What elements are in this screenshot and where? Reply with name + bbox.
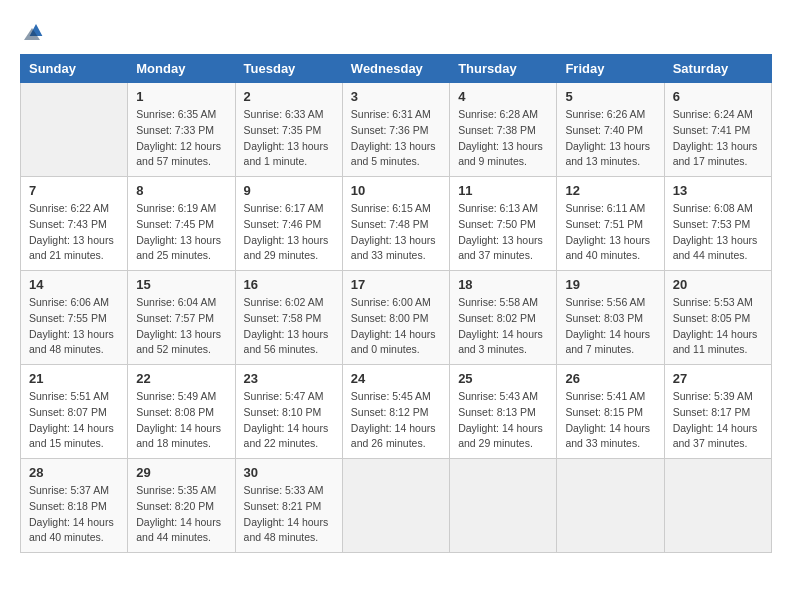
day-info: Sunrise: 5:33 AMSunset: 8:21 PMDaylight:…: [244, 483, 334, 546]
calendar-cell: [557, 459, 664, 553]
day-info: Sunrise: 6:24 AMSunset: 7:41 PMDaylight:…: [673, 107, 763, 170]
day-info: Sunrise: 5:58 AMSunset: 8:02 PMDaylight:…: [458, 295, 548, 358]
day-info: Sunrise: 5:53 AMSunset: 8:05 PMDaylight:…: [673, 295, 763, 358]
day-number: 29: [136, 465, 226, 480]
calendar-cell: 3Sunrise: 6:31 AMSunset: 7:36 PMDaylight…: [342, 83, 449, 177]
day-number: 4: [458, 89, 548, 104]
header-cell-thursday: Thursday: [450, 55, 557, 83]
day-number: 28: [29, 465, 119, 480]
week-row-3: 14Sunrise: 6:06 AMSunset: 7:55 PMDayligh…: [21, 271, 772, 365]
calendar-cell: 13Sunrise: 6:08 AMSunset: 7:53 PMDayligh…: [664, 177, 771, 271]
calendar-cell: 22Sunrise: 5:49 AMSunset: 8:08 PMDayligh…: [128, 365, 235, 459]
day-number: 6: [673, 89, 763, 104]
day-info: Sunrise: 5:47 AMSunset: 8:10 PMDaylight:…: [244, 389, 334, 452]
calendar-cell: 29Sunrise: 5:35 AMSunset: 8:20 PMDayligh…: [128, 459, 235, 553]
header-cell-tuesday: Tuesday: [235, 55, 342, 83]
logo: [20, 20, 54, 44]
day-number: 23: [244, 371, 334, 386]
calendar-cell: 7Sunrise: 6:22 AMSunset: 7:43 PMDaylight…: [21, 177, 128, 271]
header-cell-friday: Friday: [557, 55, 664, 83]
calendar-cell: 19Sunrise: 5:56 AMSunset: 8:03 PMDayligh…: [557, 271, 664, 365]
day-info: Sunrise: 5:45 AMSunset: 8:12 PMDaylight:…: [351, 389, 441, 452]
day-info: Sunrise: 6:06 AMSunset: 7:55 PMDaylight:…: [29, 295, 119, 358]
calendar-cell: 17Sunrise: 6:00 AMSunset: 8:00 PMDayligh…: [342, 271, 449, 365]
day-info: Sunrise: 5:49 AMSunset: 8:08 PMDaylight:…: [136, 389, 226, 452]
calendar-cell: 9Sunrise: 6:17 AMSunset: 7:46 PMDaylight…: [235, 177, 342, 271]
calendar-cell: 2Sunrise: 6:33 AMSunset: 7:35 PMDaylight…: [235, 83, 342, 177]
calendar-cell: [664, 459, 771, 553]
day-number: 22: [136, 371, 226, 386]
day-number: 18: [458, 277, 548, 292]
calendar-cell: 16Sunrise: 6:02 AMSunset: 7:58 PMDayligh…: [235, 271, 342, 365]
week-row-4: 21Sunrise: 5:51 AMSunset: 8:07 PMDayligh…: [21, 365, 772, 459]
day-number: 1: [136, 89, 226, 104]
calendar-cell: 26Sunrise: 5:41 AMSunset: 8:15 PMDayligh…: [557, 365, 664, 459]
day-info: Sunrise: 5:35 AMSunset: 8:20 PMDaylight:…: [136, 483, 226, 546]
calendar-cell: 12Sunrise: 6:11 AMSunset: 7:51 PMDayligh…: [557, 177, 664, 271]
day-number: 9: [244, 183, 334, 198]
day-number: 10: [351, 183, 441, 198]
week-row-5: 28Sunrise: 5:37 AMSunset: 8:18 PMDayligh…: [21, 459, 772, 553]
calendar-cell: 20Sunrise: 5:53 AMSunset: 8:05 PMDayligh…: [664, 271, 771, 365]
calendar-cell: 28Sunrise: 5:37 AMSunset: 8:18 PMDayligh…: [21, 459, 128, 553]
day-info: Sunrise: 6:13 AMSunset: 7:50 PMDaylight:…: [458, 201, 548, 264]
calendar-cell: 4Sunrise: 6:28 AMSunset: 7:38 PMDaylight…: [450, 83, 557, 177]
calendar-table: SundayMondayTuesdayWednesdayThursdayFrid…: [20, 54, 772, 553]
day-info: Sunrise: 6:22 AMSunset: 7:43 PMDaylight:…: [29, 201, 119, 264]
day-number: 11: [458, 183, 548, 198]
day-info: Sunrise: 6:00 AMSunset: 8:00 PMDaylight:…: [351, 295, 441, 358]
calendar-cell: 6Sunrise: 6:24 AMSunset: 7:41 PMDaylight…: [664, 83, 771, 177]
day-info: Sunrise: 5:56 AMSunset: 8:03 PMDaylight:…: [565, 295, 655, 358]
day-number: 12: [565, 183, 655, 198]
calendar-header: SundayMondayTuesdayWednesdayThursdayFrid…: [21, 55, 772, 83]
day-info: Sunrise: 6:26 AMSunset: 7:40 PMDaylight:…: [565, 107, 655, 170]
calendar-cell: 8Sunrise: 6:19 AMSunset: 7:45 PMDaylight…: [128, 177, 235, 271]
calendar-cell: 5Sunrise: 6:26 AMSunset: 7:40 PMDaylight…: [557, 83, 664, 177]
day-info: Sunrise: 6:28 AMSunset: 7:38 PMDaylight:…: [458, 107, 548, 170]
day-number: 8: [136, 183, 226, 198]
day-info: Sunrise: 6:31 AMSunset: 7:36 PMDaylight:…: [351, 107, 441, 170]
calendar-cell: 10Sunrise: 6:15 AMSunset: 7:48 PMDayligh…: [342, 177, 449, 271]
day-number: 14: [29, 277, 119, 292]
calendar-cell: 23Sunrise: 5:47 AMSunset: 8:10 PMDayligh…: [235, 365, 342, 459]
week-row-1: 1Sunrise: 6:35 AMSunset: 7:33 PMDaylight…: [21, 83, 772, 177]
calendar-cell: [342, 459, 449, 553]
day-info: Sunrise: 5:39 AMSunset: 8:17 PMDaylight:…: [673, 389, 763, 452]
week-row-2: 7Sunrise: 6:22 AMSunset: 7:43 PMDaylight…: [21, 177, 772, 271]
day-info: Sunrise: 5:51 AMSunset: 8:07 PMDaylight:…: [29, 389, 119, 452]
day-info: Sunrise: 5:37 AMSunset: 8:18 PMDaylight:…: [29, 483, 119, 546]
calendar-cell: 18Sunrise: 5:58 AMSunset: 8:02 PMDayligh…: [450, 271, 557, 365]
calendar-cell: [21, 83, 128, 177]
day-info: Sunrise: 6:04 AMSunset: 7:57 PMDaylight:…: [136, 295, 226, 358]
day-number: 16: [244, 277, 334, 292]
header-cell-monday: Monday: [128, 55, 235, 83]
day-info: Sunrise: 6:33 AMSunset: 7:35 PMDaylight:…: [244, 107, 334, 170]
day-number: 3: [351, 89, 441, 104]
calendar-cell: 21Sunrise: 5:51 AMSunset: 8:07 PMDayligh…: [21, 365, 128, 459]
day-number: 24: [351, 371, 441, 386]
day-number: 17: [351, 277, 441, 292]
day-info: Sunrise: 6:15 AMSunset: 7:48 PMDaylight:…: [351, 201, 441, 264]
day-info: Sunrise: 6:11 AMSunset: 7:51 PMDaylight:…: [565, 201, 655, 264]
day-info: Sunrise: 6:02 AMSunset: 7:58 PMDaylight:…: [244, 295, 334, 358]
logo-icon: [20, 20, 44, 44]
header-cell-sunday: Sunday: [21, 55, 128, 83]
day-info: Sunrise: 6:17 AMSunset: 7:46 PMDaylight:…: [244, 201, 334, 264]
day-number: 21: [29, 371, 119, 386]
calendar-cell: 24Sunrise: 5:45 AMSunset: 8:12 PMDayligh…: [342, 365, 449, 459]
calendar-cell: 14Sunrise: 6:06 AMSunset: 7:55 PMDayligh…: [21, 271, 128, 365]
calendar-cell: 27Sunrise: 5:39 AMSunset: 8:17 PMDayligh…: [664, 365, 771, 459]
day-number: 25: [458, 371, 548, 386]
day-number: 2: [244, 89, 334, 104]
day-info: Sunrise: 6:35 AMSunset: 7:33 PMDaylight:…: [136, 107, 226, 170]
calendar-cell: 25Sunrise: 5:43 AMSunset: 8:13 PMDayligh…: [450, 365, 557, 459]
day-info: Sunrise: 6:19 AMSunset: 7:45 PMDaylight:…: [136, 201, 226, 264]
day-number: 5: [565, 89, 655, 104]
day-info: Sunrise: 6:08 AMSunset: 7:53 PMDaylight:…: [673, 201, 763, 264]
day-number: 13: [673, 183, 763, 198]
day-number: 27: [673, 371, 763, 386]
calendar-cell: 15Sunrise: 6:04 AMSunset: 7:57 PMDayligh…: [128, 271, 235, 365]
day-number: 19: [565, 277, 655, 292]
day-number: 30: [244, 465, 334, 480]
calendar-cell: [450, 459, 557, 553]
